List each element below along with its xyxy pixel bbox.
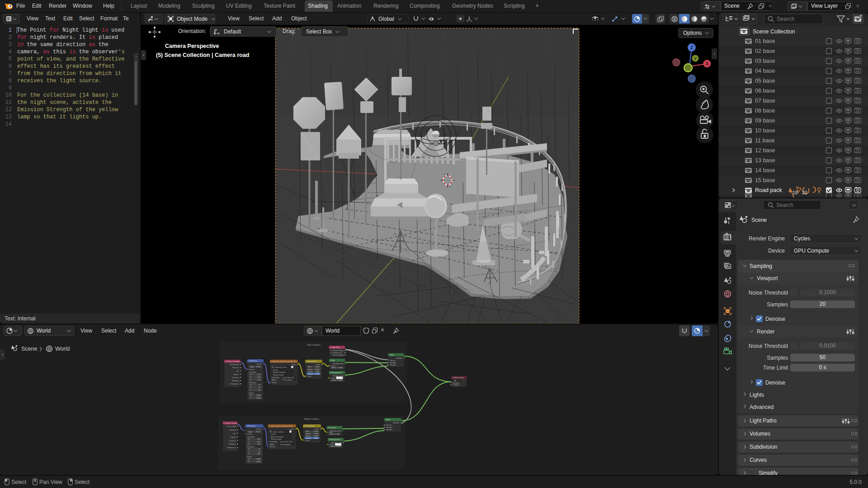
svg-text:X: X xyxy=(248,458,250,460)
svg-text:05 base: 05 base xyxy=(755,78,775,84)
svg-text:X: X xyxy=(706,61,709,66)
svg-text:11 base: 11 base xyxy=(755,137,775,144)
svg-text:Vector: Vector xyxy=(270,446,276,448)
svg-text:0 m: 0 m xyxy=(257,441,260,443)
svg-text:Shader: Shader xyxy=(396,357,402,359)
svg-text:Saturation: Saturation xyxy=(308,360,317,362)
svg-text:1.000: 1.000 xyxy=(256,458,261,460)
svg-text:04 base: 04 base xyxy=(755,68,775,74)
svg-text:1.000: 1.000 xyxy=(256,460,261,463)
svg-text:Road pack: Road pack xyxy=(755,187,783,193)
svg-text:Background: Background xyxy=(330,439,340,441)
svg-text:Portal Depth: Portal Depth xyxy=(333,354,344,356)
svg-text:13 base: 13 base xyxy=(755,157,775,164)
svg-text:Mix: Mix xyxy=(391,354,395,356)
svg-text:Night renders: Night renders xyxy=(304,418,319,420)
svg-text:Alpha: Alpha xyxy=(270,443,275,446)
svg-text:0 m: 0 m xyxy=(257,438,260,440)
svg-text:World Output: World Output xyxy=(454,377,464,379)
svg-text:03 base: 03 base xyxy=(755,58,775,64)
svg-text:Type:: Type: xyxy=(248,431,253,433)
svg-text:X: X xyxy=(250,384,251,386)
svg-text:12 base: 12 base xyxy=(755,147,775,154)
svg-text:2.000: 2.000 xyxy=(335,433,340,435)
svg-text:Rotation: Rotation xyxy=(249,381,257,384)
svg-text:1.000: 1.000 xyxy=(256,397,261,399)
svg-text:0°: 0° xyxy=(259,386,261,389)
svg-text:Vector: Vector xyxy=(256,428,262,430)
svg-text:Object: Object xyxy=(230,436,236,438)
svg-text:1.000: 1.000 xyxy=(338,366,343,369)
svg-text:Point: Point xyxy=(256,366,261,368)
svg-text:Linear: Linear xyxy=(271,433,276,435)
svg-text:Rotation: Rotation xyxy=(248,425,256,427)
svg-text:10 base: 10 base xyxy=(755,127,775,134)
svg-text:Volume: Volume xyxy=(453,384,460,386)
svg-text:Camera: Camera xyxy=(232,376,239,379)
svg-text:07 base: 07 base xyxy=(755,98,775,104)
svg-text:Light Path: Light Path xyxy=(332,346,340,348)
svg-text:Color: Color xyxy=(290,428,295,430)
svg-text:Y: Y xyxy=(248,441,250,443)
svg-text:X: X xyxy=(250,373,251,375)
svg-text:Window: Window xyxy=(232,380,239,382)
svg-text:Color Sp: Color Sp xyxy=(272,376,279,379)
svg-text:Normal: Normal xyxy=(230,429,236,431)
svg-text:Single Image: Single Image xyxy=(273,374,284,376)
svg-text:06 base: 06 base xyxy=(755,88,775,94)
svg-text:Vector: Vector xyxy=(247,433,253,435)
svg-text:Y: Y xyxy=(248,460,250,463)
svg-text:Equirectangular: Equirectangular xyxy=(271,436,284,438)
svg-text:Linear Rec.709: Linear Rec.709 xyxy=(282,376,294,379)
svg-text:Rotation: Rotation xyxy=(247,446,255,448)
svg-text:X: X xyxy=(250,394,251,396)
svg-text:80°: 80° xyxy=(258,453,261,455)
svg-text:Background: Background xyxy=(332,371,341,374)
svg-text:0 m: 0 m xyxy=(257,443,260,445)
svg-text:1.000: 1.000 xyxy=(336,445,341,447)
svg-text:Premultiplied: Premultiplied xyxy=(282,379,292,381)
svg-text:Factor: Factor xyxy=(308,373,313,375)
svg-text:Alpha: Alpha xyxy=(272,379,277,381)
svg-text:Y: Y xyxy=(250,386,251,389)
svg-text:Shader: Shader xyxy=(393,422,400,424)
svg-text:1.000: 1.000 xyxy=(256,394,261,396)
svg-text:Vector: Vector xyxy=(249,368,255,371)
svg-text:1.000: 1.000 xyxy=(338,379,343,381)
svg-text:Object: Object xyxy=(233,373,239,375)
svg-text:Scene: Scene xyxy=(21,346,37,352)
svg-text:Y: Y xyxy=(250,397,251,399)
svg-text:Generated: Generated xyxy=(226,425,236,427)
svg-text:Color: Color xyxy=(305,439,310,441)
svg-text:Location: Location xyxy=(249,371,257,373)
svg-text:Mix: Mix xyxy=(332,359,335,361)
svg-text:Reflection: Reflection xyxy=(230,383,239,385)
svg-text:World: World xyxy=(55,346,70,352)
svg-text:Vector: Vector xyxy=(272,381,278,384)
svg-text:70°: 70° xyxy=(258,389,261,391)
svg-text:Type:: Type: xyxy=(250,366,255,368)
svg-text:01 base: 01 base xyxy=(755,38,775,44)
svg-text:Texture Coordi...: Texture Coordi... xyxy=(226,422,238,424)
svg-text:Reflection: Reflection xyxy=(227,446,236,449)
svg-text:Vector: Vector xyxy=(256,363,262,365)
svg-text:Window: Window xyxy=(229,443,236,445)
svg-text:0 m: 0 m xyxy=(258,376,261,378)
svg-text:Scale: Scale xyxy=(247,455,252,458)
svg-text:UV: UV xyxy=(233,432,236,435)
svg-text:Day renders: Day renders xyxy=(307,343,321,346)
svg-text:Scale: Scale xyxy=(249,392,254,394)
svg-text:X: X xyxy=(248,438,250,440)
svg-text:Backgro...: Backgro... xyxy=(330,427,338,429)
svg-text:Single Image: Single Image xyxy=(271,438,282,440)
svg-text:Linear Rec.709: Linear Rec.709 xyxy=(280,441,292,443)
svg-text:Shader: Shader xyxy=(386,428,392,431)
svg-text:Normal: Normal xyxy=(232,366,239,369)
svg-text:Y: Y xyxy=(248,450,250,453)
svg-text:Z: Z xyxy=(690,45,693,50)
svg-text:Color: Color xyxy=(307,375,312,377)
svg-text:Scene Collection: Scene Collection xyxy=(753,28,795,35)
svg-text:Color Sp: Color Sp xyxy=(270,441,278,443)
svg-text:Equirectangular: Equirectangular xyxy=(273,371,286,373)
svg-text:02 base: 02 base xyxy=(755,48,775,54)
